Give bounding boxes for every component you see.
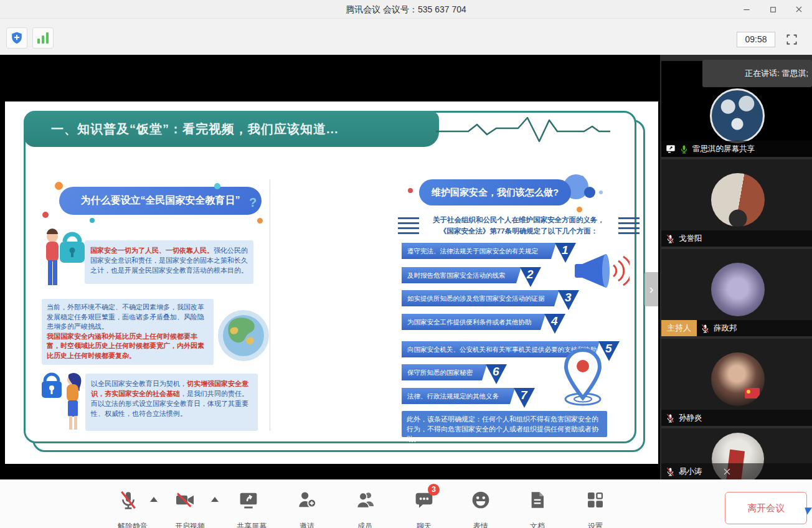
- block3-blue-text-1: 以全民国家安全教育日为契机，: [91, 380, 187, 387]
- chevron-right-icon: ›: [649, 282, 654, 296]
- left-text-block-3: 以全民国家安全教育日为契机，切实增强国家安全意识，夯实国家安全的社会基础，是我们…: [85, 374, 258, 431]
- left-text-block-1: 国家安全一切为了人民、一切依靠人民。强化公民的国家安全意识和责任，是国家安全的固…: [85, 240, 253, 284]
- speaking-toast: 正在讲话: 雷思淇;: [702, 60, 812, 87]
- obligation-bar-1: 遵守宪法、法律法规关于国家安全的有关规定: [402, 243, 556, 259]
- participant-name: 孙静炎: [679, 413, 702, 423]
- docs-label: 文档: [512, 521, 562, 528]
- share-screen-button[interactable]: [238, 490, 258, 510]
- participant-name-bar: 主持人 薛政邦: [661, 320, 812, 336]
- camera-button-label: 开启视频: [165, 521, 215, 528]
- location-pin-icon: [557, 346, 608, 408]
- deco-dot: [214, 183, 220, 189]
- settings-button[interactable]: [585, 490, 605, 510]
- right-subtitle-line1: 关于社会组织和公民个人在维护国家安全方面的义务，: [433, 216, 605, 224]
- participant-sidebar: 雷思淇的屏幕共享 戈誉阳 主持人 薛政邦: [660, 55, 812, 479]
- settings-label: 设置: [570, 521, 620, 528]
- deco-dot: [257, 218, 263, 224]
- maximize-icon: [769, 6, 777, 14]
- block3-paragraph-2: 而以立法的形式设立国家安全教育日，体现了其重要性、权威性，也符合立法惯例。: [91, 400, 248, 417]
- camera-button[interactable]: [175, 490, 195, 510]
- mic-muted-icon: [666, 467, 675, 476]
- right-heading-cloud: 维护国家安全，我们该怎么做?: [419, 179, 571, 205]
- members-button[interactable]: [355, 490, 375, 510]
- left-question-pill: 为什么要设立“全民国家安全教育日”: [59, 187, 262, 215]
- meeting-timer: 09:58: [737, 32, 775, 47]
- left-heading: 为什么要设立“全民国家安全教育日”: [81, 194, 240, 207]
- participant-tile-host[interactable]: 主持人 薛政邦: [661, 249, 812, 336]
- close-icon[interactable]: [722, 467, 732, 476]
- deco-dot: [55, 182, 63, 190]
- number-flag-3: 3: [558, 290, 579, 310]
- network-quality-button[interactable]: [32, 27, 54, 49]
- fullscreen-button[interactable]: [780, 30, 803, 49]
- obligation-bar-7: 法律、行政法规规定的其他义务: [402, 388, 515, 404]
- deco-dot: [408, 188, 413, 193]
- slide-title: 一、知识普及“饭堂”：看完视频，我们应该知道...: [51, 121, 339, 138]
- meeting-main-area: 一、知识普及“饭堂”：看完视频，我们应该知道... 为什么要设立“全民国家安全教…: [0, 55, 812, 479]
- deco-dot: [90, 218, 95, 223]
- screen-share-view: 一、知识普及“饭堂”：看完视频，我们应该知道... 为什么要设立“全民国家安全教…: [0, 55, 660, 479]
- participant-name: 戈誉阳: [679, 233, 702, 244]
- block2-blue-text: 当前，外部环境不确定、不确定因素增多，我国改革发展稳定任务艰巨繁重，面临诸多矛盾…: [47, 303, 204, 330]
- mic-muted-icon: [666, 413, 675, 423]
- participant-name-bar: 雷思淇的屏幕共享: [661, 141, 812, 157]
- left-text-block-2: 当前，外部环境不确定、不确定因素增多，我国改革发展稳定任务艰巨繁重，面临诸多矛盾…: [42, 299, 214, 365]
- mic-button[interactable]: [118, 490, 138, 510]
- bottom-toolbar: 3 解除静音 开启视频 共享屏幕 邀请 成员 聊天 表情 文档 设置 离开会议: [0, 479, 812, 528]
- avatar: [710, 88, 765, 143]
- padlock-woman-illustration: [40, 364, 88, 431]
- obligation-bar-3: 如实提供所知悉的涉及危害国家安全活动的证据: [402, 290, 559, 306]
- flag-badge: [745, 388, 760, 398]
- block1-red-text: 国家安全一切为了人民、一切依靠人民。: [90, 247, 214, 254]
- participant-name-bar: 戈誉阳: [661, 230, 812, 247]
- mic-muted-icon: [701, 324, 710, 333]
- expand-sidebar-handle[interactable]: ›: [644, 272, 658, 306]
- participant-name-bar: 孙静炎: [661, 410, 812, 426]
- docs-button[interactable]: [527, 490, 547, 510]
- mic-options-caret[interactable]: [150, 497, 158, 502]
- host-badge: 主持人: [661, 320, 697, 336]
- mic-on-icon: [679, 144, 689, 154]
- slide-header: 一、知识普及“饭堂”：看完视频，我们应该知道...: [24, 111, 439, 147]
- right-subtitle-line2: 《国家安全法》第77条明确规定了以下几个方面：: [440, 227, 598, 235]
- obligation-bar-4: 为国家安全工作提供便利条件或者其他协助: [402, 314, 545, 330]
- slide-panel-divider: [270, 179, 270, 431]
- emoji-label: 表情: [456, 521, 506, 528]
- block3-blue-text-2: ，是我们共同的责任。: [180, 390, 248, 397]
- leave-meeting-button[interactable]: 离开会议: [725, 492, 807, 524]
- window-title: 腾讯会议 会议号：535 637 704: [0, 0, 812, 19]
- minimize-button[interactable]: [734, 0, 760, 19]
- window-titlebar: 腾讯会议 会议号：535 637 704: [0, 0, 812, 19]
- heartbeat-line-icon: [436, 115, 610, 145]
- emoji-button[interactable]: [471, 490, 491, 510]
- meeting-statusbar: [0, 19, 812, 55]
- tencent-meeting-window: 腾讯会议 会议号：535 637 704 09:58 一、知识普: [0, 0, 812, 528]
- participant-tile[interactable]: 戈誉阳: [661, 159, 812, 247]
- participant-tile-partial[interactable]: 易小涛: [661, 428, 812, 479]
- chat-label: 聊天: [399, 521, 449, 528]
- number-flag-7: 7: [514, 388, 535, 408]
- maximize-button[interactable]: [760, 0, 786, 19]
- number-flag-6: 6: [486, 364, 507, 384]
- megaphone-icon: [570, 249, 630, 293]
- block2-red-text: 我国国家安全内涵和外延比历史上任何时候都要丰富，时空领域比历史上任何时候都要宽广…: [47, 332, 204, 359]
- participant-name: 易小涛: [679, 466, 702, 477]
- camera-options-caret[interactable]: [211, 497, 219, 502]
- fullscreen-icon: [786, 34, 798, 45]
- close-button[interactable]: [786, 0, 812, 19]
- right-heading: 维护国家安全，我们该怎么做?: [432, 187, 559, 199]
- chat-badge: 3: [428, 484, 440, 496]
- obligation-bar-2: 及时报告危害国家安全活动的线索: [402, 267, 521, 283]
- share-screen-label: 共享屏幕: [227, 521, 276, 528]
- invite-button[interactable]: [297, 490, 317, 510]
- right-subtitle: 关于社会组织和公民个人在维护国家安全方面的义务， 《国家安全法》第77条明确规定…: [413, 214, 625, 237]
- members-label: 成员: [340, 521, 390, 528]
- deco-circle: [584, 187, 595, 198]
- participant-tile[interactable]: 孙静炎: [661, 339, 812, 426]
- participant-name-bar: 易小涛: [661, 463, 812, 479]
- number-flag-4: 4: [544, 314, 565, 334]
- globe-illustration: [217, 309, 270, 362]
- meeting-security-button[interactable]: [6, 27, 27, 49]
- left-heading-question-mark: ?: [249, 196, 257, 210]
- speaking-toast-text: 正在讲话: 雷思淇;: [745, 68, 808, 79]
